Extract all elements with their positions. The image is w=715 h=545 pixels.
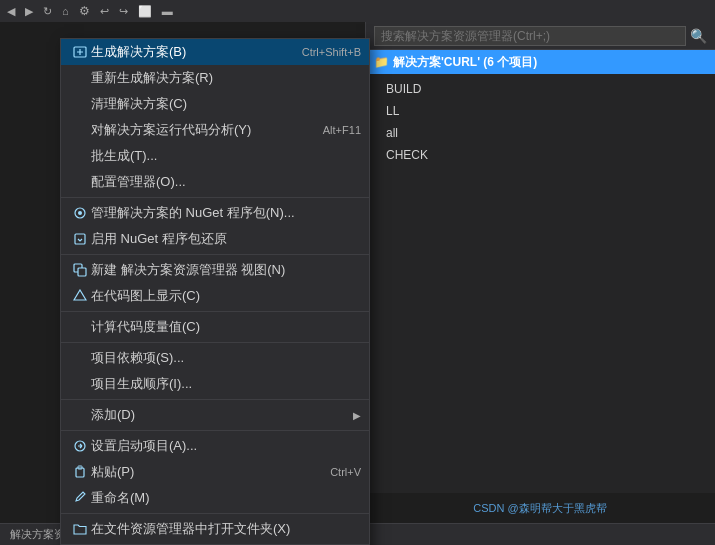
toolbar-window-btn[interactable]: ⬜ bbox=[135, 5, 155, 18]
toolbar-redo-btn[interactable]: ↪ bbox=[116, 5, 131, 18]
tree-item-all[interactable]: all bbox=[366, 122, 715, 144]
context-menu: 生成解决方案(B) Ctrl+Shift+B 重新生成解决方案(R) 清理解决方… bbox=[60, 38, 370, 545]
tree-item-build-label: BUILD bbox=[386, 82, 421, 96]
manage-nuget-icon bbox=[69, 206, 91, 220]
menu-item-code-analysis[interactable]: 对解决方案运行代码分析(Y) Alt+F11 bbox=[61, 117, 369, 143]
open-in-explorer-label: 在文件资源管理器中打开文件夹(X) bbox=[91, 520, 361, 538]
menu-item-regenerate[interactable]: 重新生成解决方案(R) bbox=[61, 65, 369, 91]
show-code-map-icon bbox=[69, 289, 91, 303]
svg-rect-3 bbox=[75, 234, 85, 244]
menu-item-add[interactable]: 添加(D) ▶ bbox=[61, 402, 369, 428]
tree-item-build[interactable]: BUILD bbox=[366, 78, 715, 100]
divider-7 bbox=[61, 513, 369, 514]
divider-4 bbox=[61, 342, 369, 343]
menu-item-rename[interactable]: 重命名(M) bbox=[61, 485, 369, 511]
paste-label: 粘贴(P) bbox=[91, 463, 322, 481]
project-build-order-label: 项目生成顺序(I)... bbox=[91, 375, 361, 393]
watermark: CSDN @森明帮大于黑虎帮 bbox=[365, 493, 715, 523]
tree-item-check[interactable]: CHECK bbox=[366, 144, 715, 166]
solution-search-input[interactable] bbox=[374, 26, 686, 46]
tree-item-ll[interactable]: LL bbox=[366, 100, 715, 122]
toolbar-home-btn[interactable]: ⌂ bbox=[59, 5, 72, 17]
svg-point-2 bbox=[78, 211, 82, 215]
watermark-text: CSDN @森明帮大于黑虎帮 bbox=[473, 501, 606, 516]
solution-icon: 📁 bbox=[374, 55, 389, 69]
code-analysis-shortcut: Alt+F11 bbox=[323, 124, 361, 136]
menu-item-show-code-map[interactable]: 在代码图上显示(C) bbox=[61, 283, 369, 309]
batch-build-label: 批生成(T)... bbox=[91, 147, 361, 165]
menu-item-paste[interactable]: 粘贴(P) Ctrl+V bbox=[61, 459, 369, 485]
search-icon[interactable]: 🔍 bbox=[690, 28, 707, 44]
set-startup-icon bbox=[69, 439, 91, 453]
toolbar-minimize-btn[interactable]: ▬ bbox=[159, 5, 176, 17]
rename-label: 重命名(M) bbox=[91, 489, 361, 507]
show-code-map-label: 在代码图上显示(C) bbox=[91, 287, 361, 305]
menu-item-clean[interactable]: 清理解决方案(C) bbox=[61, 91, 369, 117]
regenerate-label: 重新生成解决方案(R) bbox=[91, 69, 361, 87]
menu-item-project-build-order[interactable]: 项目生成顺序(I)... bbox=[61, 371, 369, 397]
menu-item-generate-solution[interactable]: 生成解决方案(B) Ctrl+Shift+B bbox=[61, 39, 369, 65]
menu-item-new-solution-view[interactable]: 新建 解决方案资源管理器 视图(N) bbox=[61, 257, 369, 283]
toolbar-undo-btn[interactable]: ↩ bbox=[97, 5, 112, 18]
divider-2 bbox=[61, 254, 369, 255]
solution-explorer-panel: 🔍 📁 解决方案'CURL' (6 个项目) BUILD LL all CHEC… bbox=[365, 22, 715, 545]
svg-marker-6 bbox=[74, 290, 86, 300]
add-submenu-arrow: ▶ bbox=[353, 410, 361, 421]
paste-shortcut: Ctrl+V bbox=[330, 466, 361, 478]
toolbar-forward-btn[interactable]: ▶ bbox=[22, 5, 36, 18]
generate-solution-icon bbox=[69, 45, 91, 59]
divider-1 bbox=[61, 197, 369, 198]
code-analysis-label: 对解决方案运行代码分析(Y) bbox=[91, 121, 315, 139]
solution-title: 解决方案'CURL' (6 个项目) bbox=[393, 54, 537, 71]
top-toolbar: ◀ ▶ ↻ ⌂ ⚙ ↩ ↪ ⬜ ▬ bbox=[0, 0, 715, 22]
calc-metrics-label: 计算代码度量值(C) bbox=[91, 318, 361, 336]
manage-nuget-label: 管理解决方案的 NuGet 程序包(N)... bbox=[91, 204, 361, 222]
solution-tree: BUILD LL all CHECK bbox=[366, 74, 715, 170]
restore-nuget-label: 启用 NuGet 程序包还原 bbox=[91, 230, 361, 248]
menu-item-calc-metrics[interactable]: 计算代码度量值(C) bbox=[61, 314, 369, 340]
tree-item-check-label: CHECK bbox=[386, 148, 428, 162]
restore-nuget-icon bbox=[69, 232, 91, 246]
paste-icon bbox=[69, 465, 91, 479]
toolbar-back-btn[interactable]: ◀ bbox=[4, 5, 18, 18]
divider-6 bbox=[61, 430, 369, 431]
menu-item-set-startup[interactable]: 设置启动项目(A)... bbox=[61, 433, 369, 459]
tree-item-ll-label: LL bbox=[386, 104, 399, 118]
divider-3 bbox=[61, 311, 369, 312]
toolbar-refresh-btn[interactable]: ↻ bbox=[40, 5, 55, 18]
divider-5 bbox=[61, 399, 369, 400]
solution-search-bar: 🔍 bbox=[366, 22, 715, 50]
config-manager-label: 配置管理器(O)... bbox=[91, 173, 361, 191]
rename-icon bbox=[69, 491, 91, 505]
new-solution-view-label: 新建 解决方案资源管理器 视图(N) bbox=[91, 261, 361, 279]
clean-label: 清理解决方案(C) bbox=[91, 95, 361, 113]
new-solution-view-icon bbox=[69, 263, 91, 277]
solution-title-bar[interactable]: 📁 解决方案'CURL' (6 个项目) bbox=[366, 50, 715, 74]
set-startup-label: 设置启动项目(A)... bbox=[91, 437, 361, 455]
project-deps-label: 项目依赖项(S)... bbox=[91, 349, 361, 367]
menu-item-manage-nuget[interactable]: 管理解决方案的 NuGet 程序包(N)... bbox=[61, 200, 369, 226]
add-label: 添加(D) bbox=[91, 406, 349, 424]
menu-item-batch-build[interactable]: 批生成(T)... bbox=[61, 143, 369, 169]
tree-item-all-label: all bbox=[386, 126, 398, 140]
open-in-explorer-icon bbox=[69, 522, 91, 536]
svg-rect-5 bbox=[78, 268, 86, 276]
generate-solution-shortcut: Ctrl+Shift+B bbox=[302, 46, 361, 58]
menu-item-project-deps[interactable]: 项目依赖项(S)... bbox=[61, 345, 369, 371]
menu-item-restore-nuget[interactable]: 启用 NuGet 程序包还原 bbox=[61, 226, 369, 252]
generate-solution-label: 生成解决方案(B) bbox=[91, 43, 294, 61]
menu-item-open-in-explorer[interactable]: 在文件资源管理器中打开文件夹(X) bbox=[61, 516, 369, 542]
toolbar-settings-btn[interactable]: ⚙ bbox=[76, 4, 93, 18]
menu-item-config-manager[interactable]: 配置管理器(O)... bbox=[61, 169, 369, 195]
